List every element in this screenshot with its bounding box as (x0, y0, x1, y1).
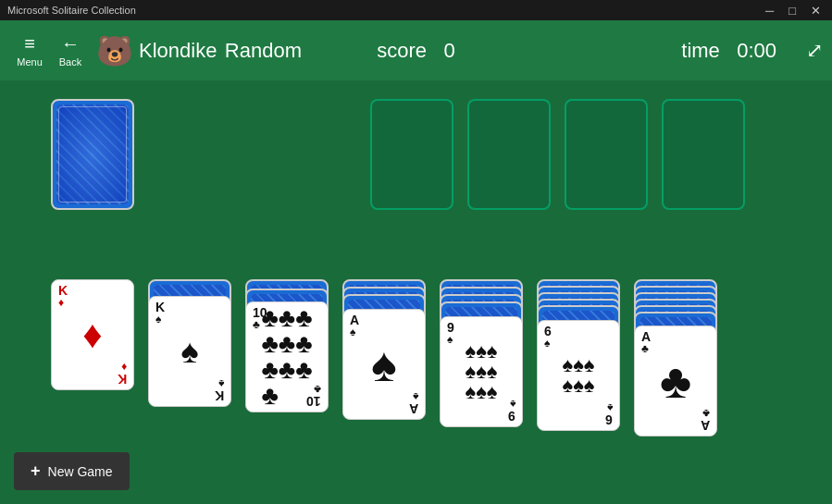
app-title: Microsoft Solitaire Collection (7, 5, 136, 16)
suit-bottom: ♦ (121, 362, 127, 373)
time-display: time 0:00 (681, 39, 776, 63)
foundation-slot-1[interactable] (370, 99, 453, 210)
menu-button[interactable]: ≡ Menu (9, 27, 50, 75)
foundation-row (370, 99, 745, 210)
rank-bottom: K (118, 373, 127, 386)
suit-bottom: ♠ (510, 399, 515, 410)
game-header: ≡ Menu ← Back 🐻 Klondike Random score 0 … (0, 20, 832, 80)
suit-top: ♣ (641, 343, 649, 354)
stock-pile[interactable] (51, 99, 134, 210)
suit-bottom: ♠ (218, 378, 224, 389)
new-game-button[interactable]: + New Game (14, 452, 130, 490)
title-bar: Microsoft Solitaire Collection ─ □ ✕ (0, 0, 832, 20)
suit-bottom: ♠ (607, 402, 613, 413)
card-king-spades[interactable]: K ♠ ♠ K ♠ (148, 296, 231, 407)
rank-bottom: 6 (605, 413, 613, 426)
center-symbol: ♠♠♠♠♠♠ (562, 355, 594, 396)
center-symbol: ♦ (82, 315, 102, 354)
card-6-spades[interactable]: 6 ♠ ♠♠♠♠♠♠ 6 ♠ (537, 320, 620, 431)
score-value: 0 (443, 39, 454, 62)
suit-top: ♠ (350, 326, 355, 338)
plus-icon: + (31, 461, 41, 481)
new-game-label: New Game (48, 464, 113, 479)
foundation-slot-4[interactable] (662, 99, 745, 210)
score-display: score 0 (377, 39, 454, 63)
rank-top: K (155, 301, 165, 313)
minimize-button[interactable]: ─ (762, 4, 777, 18)
center-symbol: ♠ (180, 335, 198, 368)
rank-bottom: 9 (508, 410, 515, 423)
center-symbol: ♣♣♣♣♣♣♣♣♣♣ (261, 305, 312, 409)
menu-icon: ≡ (24, 33, 35, 55)
rank-top: A (350, 313, 359, 326)
foundation-slot-3[interactable] (565, 99, 648, 210)
game-area: K ♦ ♦ K ♦ K ♠ ♠ K ♠ 10 ♣ ♣♣♣♣♣♣♣♣♣♣ 10 ♣ (0, 80, 832, 504)
card-9-spades[interactable]: 9 ♠ ♠♠♠♠♠♠♠♠♠ 9 ♠ (440, 316, 523, 427)
window-controls: ─ □ ✕ (762, 4, 825, 18)
suit-top: ♦ (58, 297, 64, 308)
suit-top: ♣ (253, 319, 260, 330)
score-label: score (377, 39, 427, 62)
suit-bottom: ♣ (702, 408, 710, 419)
suit-bottom: ♠ (413, 391, 418, 402)
card-10-clubs[interactable]: 10 ♣ ♣♣♣♣♣♣♣♣♣♣ 10 ♣ (245, 301, 329, 412)
maximize-button[interactable]: □ (785, 4, 800, 18)
back-label: Back (59, 56, 81, 68)
suit-top: ♠ (155, 313, 161, 325)
suit-top: ♠ (447, 334, 453, 345)
game-title: Klondike (139, 39, 217, 63)
rank-top: K (58, 284, 68, 297)
card-ace-spades[interactable]: A ♠ ♠ A ♠ (342, 309, 426, 420)
card-king-diamonds[interactable]: K ♦ ♦ K ♦ (51, 279, 134, 390)
rank-bottom: 10 (306, 395, 321, 408)
rank-top: 6 (544, 325, 552, 338)
game-mode: Random (225, 39, 302, 63)
stock-card[interactable] (51, 99, 134, 210)
close-button[interactable]: ✕ (807, 4, 825, 18)
rank-top: 9 (447, 321, 454, 334)
center-symbol: ♠♠♠♠♠♠♠♠♠ (465, 341, 497, 402)
suit-bottom: ♣ (314, 384, 321, 395)
back-button[interactable]: ← Back (50, 27, 91, 75)
center-symbol: ♣ (660, 357, 691, 405)
rank-bottom: A (409, 402, 418, 415)
bear-icon: 🐻 (96, 33, 133, 68)
foundation-slot-2[interactable] (467, 99, 551, 210)
center-symbol: ♠ (371, 340, 397, 388)
rank-bottom: A (701, 419, 710, 432)
tableau-col-0: K ♦ ♦ K ♦ (51, 279, 134, 390)
time-value: 0:00 (737, 39, 776, 62)
suit-top: ♠ (544, 338, 550, 349)
expand-button[interactable]: ⤢ (806, 39, 823, 63)
back-icon: ← (61, 33, 80, 55)
rank-bottom: K (215, 389, 224, 402)
card-ace-clubs[interactable]: A ♣ ♣ A ♣ (634, 326, 717, 436)
time-label: time (681, 39, 720, 62)
menu-label: Menu (17, 56, 43, 68)
rank-top: A (641, 330, 651, 343)
